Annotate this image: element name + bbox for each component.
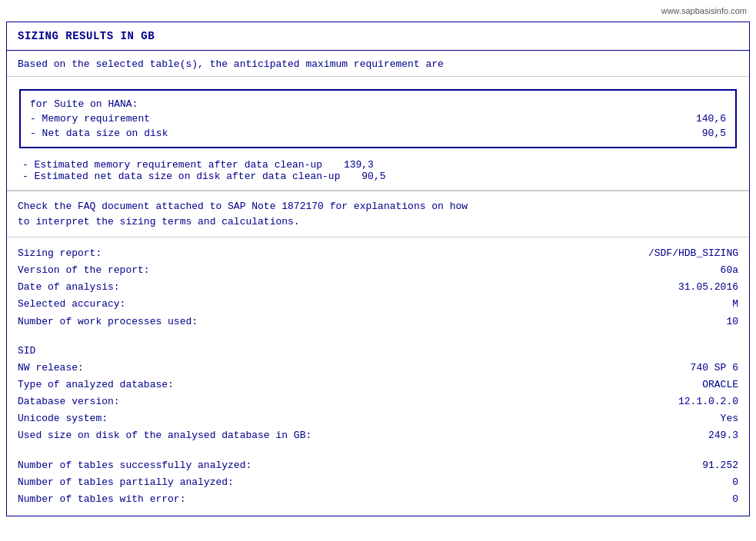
system-label-3: Database version: — [18, 394, 120, 410]
system-info-section: SID NW release: 740 SP 6 Type of analyze… — [7, 338, 749, 453]
subtitle-row: Based on the selected table(s), the anti… — [7, 51, 749, 77]
system-label-5: Used size on disk of the analysed databa… — [18, 428, 311, 443]
system-label-1: NW release: — [18, 360, 84, 376]
highlighted-header-row: for Suite on HANA: — [30, 97, 726, 111]
table-value-2: 0 — [717, 492, 738, 507]
table-row-1: Number of tables partially analyzed: 0 — [18, 474, 738, 491]
system-row-1: NW release: 740 SP 6 — [18, 360, 738, 377]
sizing-row-1: Version of the report: 60a — [18, 262, 738, 279]
highlighted-label-1: - Net data size on disk — [30, 128, 168, 139]
table-row-2: Number of tables with error: 0 — [18, 491, 738, 508]
table-label-1: Number of tables partially analyzed: — [18, 475, 234, 490]
system-row-2: Type of analyzed database: ORACLE — [18, 377, 738, 393]
sizing-value-4: 10 — [711, 314, 738, 330]
note-line-2: to interpret the sizing terms and calcul… — [18, 214, 738, 230]
cleanup-section: - Estimated memory requirement after dat… — [12, 156, 744, 185]
system-value-0 — [723, 344, 738, 359]
system-label-0: SID — [18, 344, 35, 359]
section-title: SIZING RESULTS IN GB — [7, 22, 749, 51]
highlighted-row-0: - Memory requirement 140,6 — [30, 111, 726, 126]
sizing-value-0: /SDF/HDB_SIZING — [633, 246, 738, 261]
cleanup-label-1: - Estimated net data size on disk after … — [22, 171, 340, 182]
highlighted-value-1: 90,5 — [687, 128, 726, 139]
sizing-label-0: Sizing report: — [18, 246, 102, 261]
sizing-value-1: 60a — [705, 263, 738, 278]
sizing-label-1: Version of the report: — [18, 263, 150, 278]
cleanup-label-0: - Estimated memory requirement after dat… — [22, 159, 322, 171]
sizing-value-3: M — [717, 297, 738, 312]
sizing-info-section: Sizing report: /SDF/HDB_SIZING Version o… — [7, 237, 749, 338]
system-label-4: Unicode system: — [18, 411, 108, 426]
note-section: Check the FAQ document attached to SAP N… — [7, 191, 749, 237]
cleanup-row-1: - Estimated net data size on disk after … — [22, 171, 734, 182]
sizing-label-3: Selected accuracy: — [18, 297, 125, 312]
table-stats-section: Number of tables successfully analyzed: … — [7, 453, 749, 516]
system-row-4: Unicode system: Yes — [18, 410, 738, 427]
cleanup-value-1: 90,5 — [346, 171, 385, 182]
sizing-row-2: Date of analysis: 31.05.2016 — [18, 279, 738, 296]
sizing-row-4: Number of work processes used: 10 — [18, 314, 738, 330]
system-value-3: 12.1.0.2.0 — [663, 394, 738, 410]
sizing-row-0: Sizing report: /SDF/HDB_SIZING — [18, 245, 738, 262]
table-label-0: Number of tables successfully analyzed: — [18, 458, 251, 473]
table-label-2: Number of tables with error: — [18, 492, 185, 507]
system-label-2: Type of analyzed database: — [18, 377, 174, 393]
table-value-0: 91.252 — [687, 458, 738, 473]
cleanup-row-0: - Estimated memory requirement after dat… — [22, 159, 734, 171]
note-line-1: Check the FAQ document attached to SAP N… — [18, 199, 738, 214]
table-value-1: 0 — [717, 475, 738, 490]
sizing-value-2: 31.05.2016 — [663, 280, 738, 295]
highlighted-label-0: - Memory requirement — [30, 113, 150, 124]
highlighted-row-1: - Net data size on disk 90,5 — [30, 126, 726, 141]
main-container: SIZING RESULTS IN GB Based on the select… — [6, 22, 750, 516]
table-row-0: Number of tables successfully analyzed: … — [18, 457, 738, 474]
sizing-label-4: Number of work processes used: — [18, 314, 198, 330]
sizing-label-2: Date of analysis: — [18, 280, 120, 295]
sizing-row-3: Selected accuracy: M — [18, 296, 738, 313]
system-value-5: 249.3 — [693, 428, 738, 443]
system-row-3: Database version: 12.1.0.2.0 — [18, 393, 738, 410]
highlighted-box: for Suite on HANA: - Memory requirement … — [19, 89, 737, 148]
cleanup-value-0: 139,3 — [328, 159, 374, 171]
highlighted-header-label: for Suite on HANA: — [30, 98, 138, 110]
system-value-1: 740 SP 6 — [675, 360, 738, 376]
system-row-5: Used size on disk of the analysed databa… — [18, 427, 738, 444]
system-row-0: SID — [18, 343, 738, 360]
system-value-4: Yes — [705, 411, 738, 426]
highlighted-value-0: 140,6 — [681, 113, 726, 124]
watermark-text: www.sapbasisinfo.com — [661, 6, 747, 15]
system-value-2: ORACLE — [687, 377, 738, 393]
